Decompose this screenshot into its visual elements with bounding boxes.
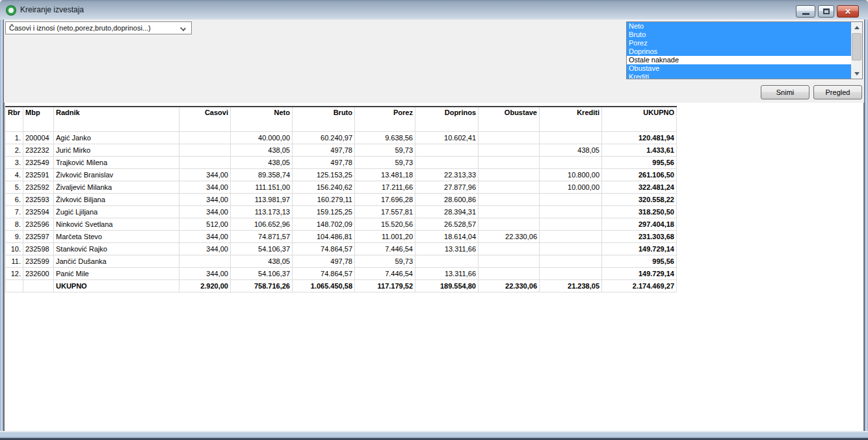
table-cell: Jančić Dušanka <box>54 255 179 267</box>
table-cell <box>540 255 602 267</box>
snimi-button[interactable]: Snimi <box>761 85 809 99</box>
listbox-item[interactable]: Obustave <box>627 64 851 73</box>
column-header: Mbp <box>23 107 54 131</box>
table-cell: 59,73 <box>355 156 415 168</box>
table-row[interactable]: 11.232599Jančić Dušanka438,05497,7859,73… <box>6 255 677 267</box>
listbox-item[interactable]: Neto <box>627 22 851 31</box>
table-row[interactable]: 12.232600Panić Mile344,0054.106,3774.864… <box>6 267 677 279</box>
table-cell: 22.330,06 <box>479 230 540 242</box>
table-cell: 438,05 <box>231 156 293 168</box>
table-cell: 512,00 <box>179 218 231 230</box>
column-header: Bruto <box>293 107 355 131</box>
table-cell <box>479 255 540 267</box>
table-cell: 497,78 <box>293 255 355 267</box>
table-row[interactable]: 2.232232Jurić Mirko438,05497,7859,73438,… <box>6 144 677 156</box>
table-cell <box>479 193 540 205</box>
table-cell: 54.106,37 <box>231 242 293 255</box>
table-cell: 438,05 <box>231 255 293 267</box>
table-cell: 89.358,74 <box>231 168 293 181</box>
maximize-icon <box>823 8 830 14</box>
table-cell: Agić Janko <box>54 131 179 144</box>
table-cell: 1. <box>6 131 23 144</box>
close-button[interactable]: ✕ <box>837 5 859 18</box>
close-icon: ✕ <box>845 7 851 16</box>
table-cell: 10.602,41 <box>415 131 479 144</box>
scroll-down-button[interactable] <box>851 68 862 79</box>
arrow-down-icon <box>854 72 860 75</box>
table-cell: UKUPNO <box>54 279 179 292</box>
report-type-value: Časovi i iznosi (neto,porez,bruto,doprin… <box>9 24 151 32</box>
table-cell: 17.696,28 <box>355 193 415 205</box>
table-row[interactable]: 9.232597Marčeta Stevo344,0074.871,57104.… <box>6 230 677 242</box>
pregled-button[interactable]: Pregled <box>813 85 862 99</box>
table-cell <box>540 193 602 205</box>
maximize-button[interactable] <box>818 5 834 18</box>
table-cell: 9. <box>6 230 23 242</box>
titlebar[interactable]: Kreiranje izvestaja <box>0 0 868 19</box>
listbox-item[interactable]: Krediti <box>627 73 851 79</box>
table-cell: 113.173,13 <box>231 205 293 218</box>
table-cell: 148.702,09 <box>293 218 355 230</box>
table-cell: 104.486,81 <box>293 230 355 242</box>
scrollbar-thumb[interactable] <box>852 33 861 60</box>
table-cell: 2.920,00 <box>179 279 231 292</box>
table-row[interactable]: 1.200004Agić Janko40.000,0060.240,979.63… <box>6 131 677 144</box>
table-row[interactable]: 4.232591Živković Branislav344,0089.358,7… <box>6 168 677 181</box>
scroll-up-button[interactable] <box>851 22 862 32</box>
table-cell <box>415 144 479 156</box>
arrow-up-icon <box>854 26 860 29</box>
table-total-row[interactable]: UKUPNO2.920,00758.716,261.065.450,58117.… <box>6 279 677 292</box>
report-type-combobox[interactable]: Časovi i iznosi (neto,porez,bruto,doprin… <box>5 21 192 34</box>
table-cell <box>179 156 231 168</box>
table-cell: 60.240,97 <box>293 131 355 144</box>
table-cell <box>415 255 479 267</box>
table-cell: 5. <box>6 181 23 193</box>
table-cell: 2.174.469,27 <box>602 279 677 292</box>
table-cell <box>479 205 540 218</box>
listbox-scrollbar[interactable] <box>851 22 862 79</box>
table-row[interactable]: 10.232598Stanković Rajko344,0054.106,377… <box>6 242 677 255</box>
column-header: Obustave <box>479 107 540 131</box>
column-header: Doprinos <box>415 107 479 131</box>
table-cell: 117.179,52 <box>355 279 415 292</box>
table-row[interactable]: 5.232592Živaljević Milanka344,00111.151,… <box>6 181 677 193</box>
table-cell: 232600 <box>23 267 54 279</box>
column-listbox-items: NetoBrutoPorezDoprinosOstale naknadeObus… <box>627 22 851 79</box>
table-row[interactable]: 6.232593Živković Biljana344,00113.981,97… <box>6 193 677 205</box>
minimize-button[interactable] <box>796 5 815 18</box>
table-cell: 9.638,56 <box>355 131 415 144</box>
listbox-item[interactable]: Porez <box>627 39 851 47</box>
report-table-container: RbrMbpRadnikCasoviNetoBrutoPorezDoprinos… <box>5 106 677 292</box>
table-cell <box>540 205 602 218</box>
table-cell <box>179 255 231 267</box>
table-row[interactable]: 8.232596Ninković Svetlana512,00106.652,9… <box>6 218 677 230</box>
table-cell: 27.877,96 <box>415 181 479 193</box>
table-cell: 1.433,61 <box>602 144 677 156</box>
table-cell: 7.446,54 <box>355 242 415 255</box>
table-cell: 497,78 <box>293 156 355 168</box>
listbox-item[interactable]: Doprinos <box>627 47 851 56</box>
table-cell: 232599 <box>23 255 54 267</box>
table-cell: 11. <box>6 255 23 267</box>
table-cell <box>540 267 602 279</box>
table-cell: 189.554,80 <box>415 279 479 292</box>
table-cell: Živaljević Milanka <box>54 181 179 193</box>
table-cell <box>179 131 231 144</box>
table-header-row: RbrMbpRadnikCasoviNetoBrutoPorezDoprinos… <box>6 107 677 131</box>
table-cell <box>479 242 540 255</box>
listbox-item[interactable]: Ostale naknade <box>627 56 851 64</box>
table-row[interactable]: 7.232594Žugić Ljiljana344,00113.173,1315… <box>6 205 677 218</box>
table-row[interactable]: 3.232549Trajković Milena438,05497,7859,7… <box>6 156 677 168</box>
table-cell: 10. <box>6 242 23 255</box>
table-cell: 13.311,66 <box>415 267 479 279</box>
table-cell: 232594 <box>23 205 54 218</box>
table-cell <box>479 156 540 168</box>
table-cell: 995,56 <box>602 255 677 267</box>
column-header: Neto <box>231 107 293 131</box>
table-cell: 17.557,81 <box>355 205 415 218</box>
table-cell: 232596 <box>23 218 54 230</box>
listbox-item[interactable]: Bruto <box>627 31 851 39</box>
table-cell: 13.481,18 <box>355 168 415 181</box>
table-cell: 497,78 <box>293 144 355 156</box>
table-cell: 111.151,00 <box>231 181 293 193</box>
